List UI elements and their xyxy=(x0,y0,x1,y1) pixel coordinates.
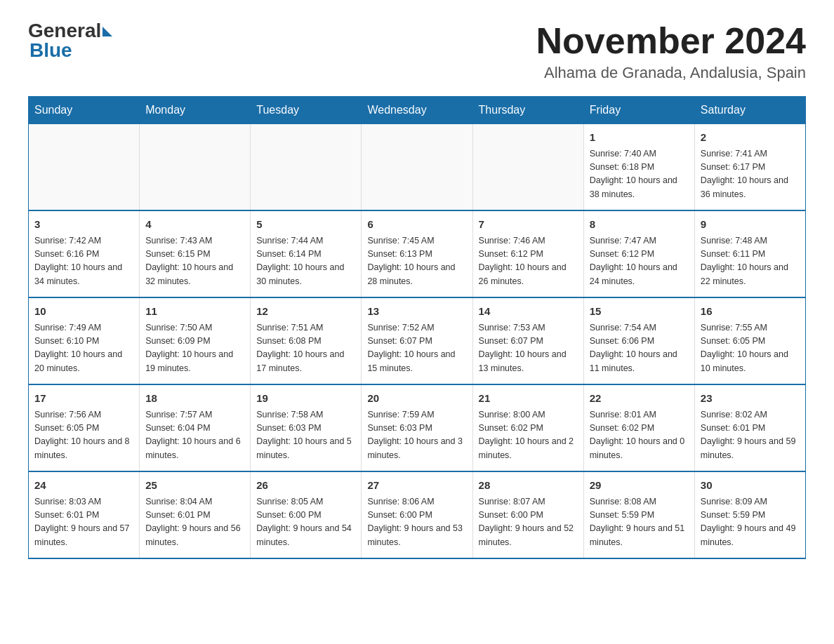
column-header-thursday: Thursday xyxy=(472,97,583,124)
page-header: General Blue November 2024 Alhama de Gra… xyxy=(28,21,806,82)
day-info: Sunrise: 7:53 AM Sunset: 6:07 PM Dayligh… xyxy=(479,321,578,376)
calendar-cell: 17Sunrise: 7:56 AM Sunset: 6:05 PM Dayli… xyxy=(29,384,140,471)
day-info: Sunrise: 8:01 AM Sunset: 6:02 PM Dayligh… xyxy=(590,408,689,463)
day-info: Sunrise: 7:56 AM Sunset: 6:05 PM Dayligh… xyxy=(34,408,133,463)
day-number: 9 xyxy=(701,217,800,233)
calendar-week-row: 17Sunrise: 7:56 AM Sunset: 6:05 PM Dayli… xyxy=(29,384,806,471)
title-area: November 2024 Alhama de Granada, Andalus… xyxy=(536,21,806,82)
day-info: Sunrise: 7:58 AM Sunset: 6:03 PM Dayligh… xyxy=(256,408,355,463)
day-number: 11 xyxy=(145,304,244,320)
calendar-cell: 18Sunrise: 7:57 AM Sunset: 6:04 PM Dayli… xyxy=(140,384,251,471)
calendar-cell: 6Sunrise: 7:45 AM Sunset: 6:13 PM Daylig… xyxy=(362,210,472,297)
day-info: Sunrise: 8:06 AM Sunset: 6:00 PM Dayligh… xyxy=(367,495,466,550)
calendar-cell: 27Sunrise: 8:06 AM Sunset: 6:00 PM Dayli… xyxy=(362,471,472,558)
day-number: 5 xyxy=(256,217,355,233)
logo: General Blue xyxy=(28,21,112,62)
day-info: Sunrise: 7:57 AM Sunset: 6:04 PM Dayligh… xyxy=(145,408,244,463)
calendar-cell: 2Sunrise: 7:41 AM Sunset: 6:17 PM Daylig… xyxy=(694,124,805,211)
day-number: 17 xyxy=(34,391,133,407)
day-number: 12 xyxy=(256,304,355,320)
day-number: 15 xyxy=(590,304,689,320)
day-number: 8 xyxy=(590,217,689,233)
calendar-cell: 20Sunrise: 7:59 AM Sunset: 6:03 PM Dayli… xyxy=(362,384,472,471)
day-number: 4 xyxy=(145,217,244,233)
column-header-wednesday: Wednesday xyxy=(362,97,472,124)
calendar-cell: 30Sunrise: 8:09 AM Sunset: 5:59 PM Dayli… xyxy=(694,471,805,558)
day-number: 24 xyxy=(34,478,133,494)
calendar-cell: 14Sunrise: 7:53 AM Sunset: 6:07 PM Dayli… xyxy=(472,297,583,384)
calendar-table: SundayMondayTuesdayWednesdayThursdayFrid… xyxy=(28,96,806,559)
calendar-cell xyxy=(251,124,362,211)
calendar-header-row: SundayMondayTuesdayWednesdayThursdayFrid… xyxy=(29,97,806,124)
day-info: Sunrise: 8:00 AM Sunset: 6:02 PM Dayligh… xyxy=(479,408,578,463)
calendar-cell: 8Sunrise: 7:47 AM Sunset: 6:12 PM Daylig… xyxy=(583,210,694,297)
day-info: Sunrise: 8:08 AM Sunset: 5:59 PM Dayligh… xyxy=(590,495,689,550)
day-info: Sunrise: 7:42 AM Sunset: 6:16 PM Dayligh… xyxy=(34,234,133,289)
calendar-cell: 19Sunrise: 7:58 AM Sunset: 6:03 PM Dayli… xyxy=(251,384,362,471)
day-info: Sunrise: 7:52 AM Sunset: 6:07 PM Dayligh… xyxy=(367,321,466,376)
calendar-cell: 10Sunrise: 7:49 AM Sunset: 6:10 PM Dayli… xyxy=(29,297,140,384)
day-number: 30 xyxy=(701,478,800,494)
calendar-cell: 13Sunrise: 7:52 AM Sunset: 6:07 PM Dayli… xyxy=(362,297,472,384)
day-number: 16 xyxy=(701,304,800,320)
day-number: 3 xyxy=(34,217,133,233)
day-number: 18 xyxy=(145,391,244,407)
column-header-friday: Friday xyxy=(583,97,694,124)
calendar-cell xyxy=(29,124,140,211)
day-info: Sunrise: 7:46 AM Sunset: 6:12 PM Dayligh… xyxy=(479,234,578,289)
day-info: Sunrise: 7:54 AM Sunset: 6:06 PM Dayligh… xyxy=(590,321,689,376)
calendar-cell: 4Sunrise: 7:43 AM Sunset: 6:15 PM Daylig… xyxy=(140,210,251,297)
day-info: Sunrise: 7:44 AM Sunset: 6:14 PM Dayligh… xyxy=(256,234,355,289)
day-info: Sunrise: 8:02 AM Sunset: 6:01 PM Dayligh… xyxy=(701,408,800,463)
day-info: Sunrise: 7:40 AM Sunset: 6:18 PM Dayligh… xyxy=(590,147,689,202)
column-header-monday: Monday xyxy=(140,97,251,124)
day-number: 7 xyxy=(479,217,578,233)
logo-general: General xyxy=(28,21,101,41)
day-number: 13 xyxy=(367,304,466,320)
calendar-week-row: 1Sunrise: 7:40 AM Sunset: 6:18 PM Daylig… xyxy=(29,124,806,211)
logo-blue: Blue xyxy=(29,39,72,62)
column-header-saturday: Saturday xyxy=(694,97,805,124)
calendar-cell: 12Sunrise: 7:51 AM Sunset: 6:08 PM Dayli… xyxy=(251,297,362,384)
day-number: 27 xyxy=(367,478,466,494)
day-number: 19 xyxy=(256,391,355,407)
day-number: 25 xyxy=(145,478,244,494)
day-info: Sunrise: 7:45 AM Sunset: 6:13 PM Dayligh… xyxy=(367,234,466,289)
day-number: 23 xyxy=(701,391,800,407)
calendar-cell: 24Sunrise: 8:03 AM Sunset: 6:01 PM Dayli… xyxy=(29,471,140,558)
day-number: 28 xyxy=(479,478,578,494)
day-number: 22 xyxy=(590,391,689,407)
calendar-cell xyxy=(472,124,583,211)
logo-arrow-icon xyxy=(102,27,112,36)
page-subtitle: Alhama de Granada, Andalusia, Spain xyxy=(536,64,806,82)
day-info: Sunrise: 8:09 AM Sunset: 5:59 PM Dayligh… xyxy=(701,495,800,550)
day-number: 1 xyxy=(590,130,689,146)
day-info: Sunrise: 7:41 AM Sunset: 6:17 PM Dayligh… xyxy=(701,147,800,202)
calendar-cell: 15Sunrise: 7:54 AM Sunset: 6:06 PM Dayli… xyxy=(583,297,694,384)
calendar-cell: 16Sunrise: 7:55 AM Sunset: 6:05 PM Dayli… xyxy=(694,297,805,384)
day-number: 14 xyxy=(479,304,578,320)
day-number: 20 xyxy=(367,391,466,407)
calendar-cell: 21Sunrise: 8:00 AM Sunset: 6:02 PM Dayli… xyxy=(472,384,583,471)
calendar-week-row: 10Sunrise: 7:49 AM Sunset: 6:10 PM Dayli… xyxy=(29,297,806,384)
day-info: Sunrise: 8:04 AM Sunset: 6:01 PM Dayligh… xyxy=(145,495,244,550)
calendar-cell: 28Sunrise: 8:07 AM Sunset: 6:00 PM Dayli… xyxy=(472,471,583,558)
day-info: Sunrise: 7:43 AM Sunset: 6:15 PM Dayligh… xyxy=(145,234,244,289)
calendar-cell: 26Sunrise: 8:05 AM Sunset: 6:00 PM Dayli… xyxy=(251,471,362,558)
day-info: Sunrise: 8:07 AM Sunset: 6:00 PM Dayligh… xyxy=(479,495,578,550)
day-info: Sunrise: 7:50 AM Sunset: 6:09 PM Dayligh… xyxy=(145,321,244,376)
calendar-cell: 7Sunrise: 7:46 AM Sunset: 6:12 PM Daylig… xyxy=(472,210,583,297)
calendar-week-row: 24Sunrise: 8:03 AM Sunset: 6:01 PM Dayli… xyxy=(29,471,806,558)
day-number: 10 xyxy=(34,304,133,320)
calendar-cell: 25Sunrise: 8:04 AM Sunset: 6:01 PM Dayli… xyxy=(140,471,251,558)
calendar-cell: 3Sunrise: 7:42 AM Sunset: 6:16 PM Daylig… xyxy=(29,210,140,297)
day-number: 21 xyxy=(479,391,578,407)
calendar-cell: 23Sunrise: 8:02 AM Sunset: 6:01 PM Dayli… xyxy=(694,384,805,471)
day-number: 6 xyxy=(367,217,466,233)
column-header-sunday: Sunday xyxy=(29,97,140,124)
day-number: 29 xyxy=(590,478,689,494)
day-info: Sunrise: 7:55 AM Sunset: 6:05 PM Dayligh… xyxy=(701,321,800,376)
calendar-week-row: 3Sunrise: 7:42 AM Sunset: 6:16 PM Daylig… xyxy=(29,210,806,297)
page-title: November 2024 xyxy=(536,21,806,61)
day-info: Sunrise: 8:03 AM Sunset: 6:01 PM Dayligh… xyxy=(34,495,133,550)
